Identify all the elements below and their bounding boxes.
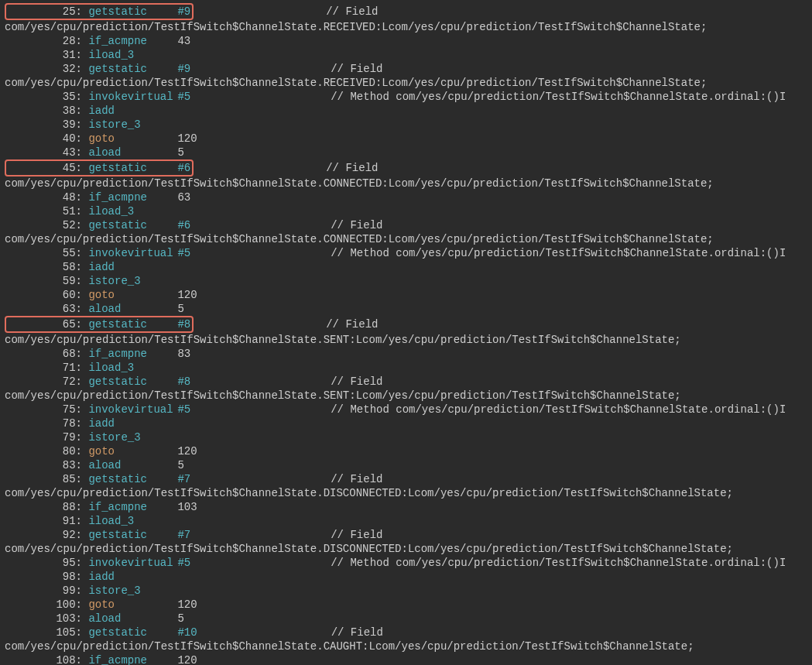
line-number: 85:	[5, 472, 82, 486]
opcode: goto	[88, 444, 177, 458]
continuation-text: com/yes/cpu/prediction/TestIfSwitch$Chan…	[5, 389, 681, 402]
operand: #5	[177, 91, 190, 103]
opcode: getstatic	[88, 317, 177, 331]
comment: // Field	[326, 5, 378, 18]
code-line: com/yes/cpu/prediction/TestIfSwitch$Chan…	[5, 76, 807, 90]
opcode: istore_3	[88, 584, 177, 598]
code-line: com/yes/cpu/prediction/TestIfSwitch$Chan…	[5, 542, 807, 556]
opcode: aload	[88, 146, 177, 159]
comment: // Field	[331, 626, 383, 639]
code-line: 92: getstatic#7// Field	[5, 528, 807, 542]
line-number: 80:	[5, 444, 82, 458]
comment: // Field	[331, 529, 382, 541]
line-number: 43:	[5, 146, 82, 159]
line-number: 60:	[5, 288, 82, 302]
opcode: if_acmpne	[88, 653, 177, 665]
opcode: iadd	[88, 260, 177, 274]
line-number: 63:	[5, 302, 82, 316]
code-line: 39: istore_3	[5, 118, 807, 132]
comment: // Method com/yes/cpu/prediction/TestIfS…	[331, 557, 786, 569]
opcode: iadd	[88, 104, 177, 118]
opcode: goto	[88, 132, 177, 146]
operand: 120	[177, 132, 197, 145]
comment: // Method com/yes/cpu/prediction/TestIfS…	[331, 91, 786, 103]
operand: #5	[177, 557, 190, 569]
opcode: goto	[88, 288, 177, 302]
opcode: getstatic	[88, 218, 177, 232]
continuation-text: com/yes/cpu/prediction/TestIfSwitch$Chan…	[5, 21, 707, 33]
code-line: 58: iadd	[5, 260, 807, 274]
continuation-text: com/yes/cpu/prediction/TestIfSwitch$Chan…	[5, 77, 707, 89]
opcode: aload	[88, 302, 177, 316]
continuation-text: com/yes/cpu/prediction/TestIfSwitch$Chan…	[5, 177, 714, 190]
line-number: 72:	[5, 375, 82, 389]
code-line: com/yes/cpu/prediction/TestIfSwitch$Chan…	[5, 20, 807, 34]
code-line: com/yes/cpu/prediction/TestIfSwitch$Chan…	[5, 486, 807, 500]
code-line: 51: iload_3	[5, 204, 807, 218]
opcode: aload	[88, 612, 177, 626]
line-number: 31:	[5, 48, 82, 62]
opcode: if_acmpne	[88, 500, 177, 514]
operand: #6	[177, 162, 190, 174]
operand: 5	[177, 303, 183, 315]
code-line: 40: goto120	[5, 132, 807, 146]
highlight-box: 65: getstatic#8	[5, 316, 194, 333]
line-number: 88:	[5, 500, 82, 514]
line-number: 83:	[5, 458, 82, 472]
continuation-text: com/yes/cpu/prediction/TestIfSwitch$Chan…	[5, 640, 694, 653]
code-line: 91: iload_3	[5, 514, 807, 528]
line-number: 79:	[5, 430, 82, 444]
code-line: 80: goto120	[5, 444, 807, 458]
line-number: 71:	[5, 361, 82, 375]
code-line: 88: if_acmpne103	[5, 500, 807, 514]
code-line: com/yes/cpu/prediction/TestIfSwitch$Chan…	[5, 333, 807, 347]
line-number: 25:	[39, 5, 82, 19]
opcode: iload_3	[88, 48, 177, 62]
line-number: 95:	[5, 556, 82, 570]
code-line: 98: iadd	[5, 570, 807, 584]
comment: // Method com/yes/cpu/prediction/TestIfS…	[331, 247, 786, 259]
line-number: 100:	[5, 598, 82, 612]
line-number: 98:	[5, 570, 82, 584]
operand: #9	[177, 63, 190, 75]
code-line: 68: if_acmpne83	[5, 347, 807, 361]
operand: 120	[177, 445, 197, 458]
operand: 5	[177, 459, 183, 471]
comment: // Field	[326, 318, 378, 331]
line-number: 68:	[5, 347, 82, 361]
code-line: 45: getstatic#6// Field	[5, 159, 807, 177]
code-line: 85: getstatic#7// Field	[5, 472, 807, 486]
operand: #7	[177, 473, 190, 485]
line-number: 65:	[39, 317, 82, 331]
code-line: 75: invokevirtual#5// Method com/yes/cpu…	[5, 403, 807, 416]
opcode: iload_3	[88, 514, 177, 528]
code-line: 99: istore_3	[5, 584, 807, 598]
code-line: com/yes/cpu/prediction/TestIfSwitch$Chan…	[5, 639, 807, 653]
opcode: iload_3	[88, 204, 177, 218]
opcode: if_acmpne	[88, 34, 177, 48]
line-number: 103:	[5, 612, 82, 626]
opcode: iload_3	[88, 361, 177, 375]
continuation-text: com/yes/cpu/prediction/TestIfSwitch$Chan…	[5, 487, 733, 499]
comment: // Field	[331, 473, 382, 485]
code-line: 79: istore_3	[5, 430, 807, 444]
code-line: 38: iadd	[5, 104, 807, 118]
highlight-box: 45: getstatic#6	[5, 159, 194, 177]
code-line: com/yes/cpu/prediction/TestIfSwitch$Chan…	[5, 177, 807, 190]
code-line: 108: if_acmpne120	[5, 653, 807, 665]
opcode: getstatic	[88, 472, 177, 486]
opcode: aload	[88, 458, 177, 472]
opcode: iadd	[88, 416, 177, 430]
line-number: 78:	[5, 416, 82, 430]
code-line: com/yes/cpu/prediction/TestIfSwitch$Chan…	[5, 389, 807, 403]
line-number: 39:	[5, 118, 82, 132]
operand: 63	[177, 191, 190, 204]
opcode: if_acmpne	[88, 190, 177, 204]
line-number: 38:	[5, 104, 82, 118]
code-line: 32: getstatic#9// Field	[5, 62, 807, 76]
opcode: getstatic	[88, 5, 177, 19]
code-line: 78: iadd	[5, 416, 807, 430]
code-line: 35: invokevirtual#5// Method com/yes/cpu…	[5, 90, 807, 104]
continuation-text: com/yes/cpu/prediction/TestIfSwitch$Chan…	[5, 543, 733, 555]
code-line: 60: goto120	[5, 288, 807, 302]
